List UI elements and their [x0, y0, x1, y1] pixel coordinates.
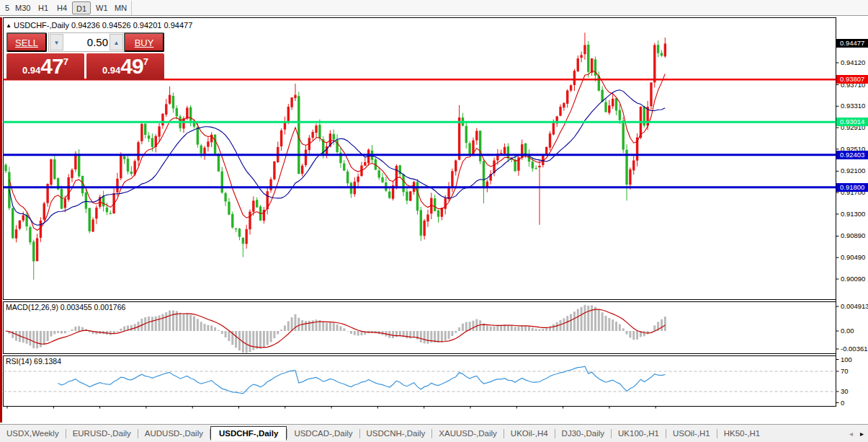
price-tick-label: 0.94120	[841, 58, 865, 66]
macd-tick-label: 0.004913	[841, 302, 868, 310]
volume-increase-button[interactable]: ▲	[109, 34, 123, 50]
price-tick-label: 0.90090	[841, 275, 865, 283]
chart-tab-usoilh1[interactable]: USOil-,H1	[666, 427, 717, 440]
price-tick-label: 0.93310	[841, 102, 865, 110]
buy-price-box[interactable]: 0.94497	[86, 53, 164, 80]
chart-window: ▲ USDCHF-,Daily 0.94236 0.94526 0.94201 …	[0, 17, 868, 423]
chart-tab-usdxweekly[interactable]: USDX,Weekly	[0, 427, 66, 440]
buy-price-prefix: 0.94	[102, 65, 120, 76]
sell-price-main: 47	[40, 54, 63, 78]
sell-price-pip: 7	[63, 56, 68, 67]
timeframe-button-w1[interactable]: W1	[92, 1, 112, 14]
price-tick-label: 0.92100	[841, 167, 865, 174]
one-click-trading-panel: SELL ▼ ▲ BUY 0.94477 0.94497	[6, 32, 164, 90]
window-active-strip	[0, 17, 2, 423]
price-tick-label: 0.90490	[841, 253, 865, 261]
chart-tab-xauusddaily[interactable]: XAUUSD-,Daily	[432, 427, 504, 440]
rsi-tick-label: 0	[841, 399, 844, 407]
rsi-tick-label: 30	[841, 387, 849, 395]
rsi-panel-frame	[4, 356, 836, 407]
chart-title: ▲ USDCHF-,Daily 0.94236 0.94526 0.94201 …	[6, 21, 192, 30]
chart-tab-usdchfdaily[interactable]: USDCHF-,Daily	[210, 426, 287, 441]
chart-tab-ukoilh4[interactable]: UKOil-,H4	[504, 427, 555, 440]
chart-tab-dj30daily[interactable]: DJ30-,Daily	[555, 427, 611, 440]
volume-spinner: ▼ ▲	[48, 32, 125, 52]
timeframe-button-m30[interactable]: M30	[12, 1, 34, 14]
sell-price-prefix: 0.94	[22, 65, 40, 76]
price-tick-label: 0.91300	[841, 210, 865, 218]
price-level-badge: 0.93807	[836, 75, 868, 84]
chart-tab-uk100h1[interactable]: UK100-,H1	[612, 427, 666, 440]
macd-tick-label: -0.00361	[841, 345, 868, 353]
buy-button[interactable]: BUY	[124, 32, 164, 52]
macd-tick-label: 0.00	[841, 327, 854, 335]
price-level-badge: 0.94477	[836, 39, 868, 48]
rsi-tick-label: 100	[841, 355, 852, 363]
collapse-triangle-icon[interactable]: ▲	[6, 22, 12, 29]
buy-price-main: 49	[120, 54, 143, 78]
chart-tab-hk50h1[interactable]: HK50-,H1	[717, 427, 767, 440]
price-level-badge: 0.91800	[836, 183, 868, 192]
macd-indicator-label: MACD(12,26,9) 0.003455 0.001766	[6, 303, 125, 311]
timeframe-button-mn[interactable]: MN	[111, 1, 130, 14]
tab-scroll-left-icon[interactable]: ◂	[849, 430, 853, 438]
tab-scroll-right-icon[interactable]: ▸	[860, 430, 864, 438]
volume-input[interactable]	[65, 34, 108, 50]
timeframe-button-h1[interactable]: H1	[35, 1, 52, 14]
chart-tab-usdcnhdaily[interactable]: USDCNH-,Daily	[360, 427, 432, 440]
chart-tab-audusddaily[interactable]: AUDUSD-,Daily	[138, 427, 210, 440]
chart-symbol-label: USDCHF-,Daily	[14, 21, 69, 30]
chart-tab-usdcaddaily[interactable]: USDCAD-,Daily	[287, 427, 359, 440]
price-level-badge: 0.93014	[836, 118, 868, 126]
buy-price-pip: 7	[143, 56, 148, 67]
tab-scroll-arrows: ◂▸	[849, 430, 868, 438]
sell-price-box[interactable]: 0.94477	[6, 53, 84, 80]
price-tick-label: 0.90890	[841, 231, 865, 239]
symbol-tab-bar: USDX,WeeklyEURUSD-,DailyAUDUSD-,DailyUSD…	[0, 424, 868, 442]
chart-ohlc-values: 0.94236 0.94526 0.94201 0.94477	[71, 21, 192, 30]
volume-decrease-button[interactable]: ▼	[50, 34, 63, 50]
timeframe-toolbar: 5M30H1H4D1W1MN	[0, 0, 868, 16]
price-level-badge: 0.92403	[836, 151, 868, 159]
chart-tab-eurusddaily[interactable]: EURUSD-,Daily	[66, 427, 138, 440]
rsi-tick-label: 70	[841, 367, 849, 375]
timeframe-button-h4[interactable]: H4	[53, 1, 71, 14]
mt4-terminal: 5M30H1H4D1W1MN ▲ USDCHF-,Daily 0.94236 0…	[0, 0, 868, 442]
rsi-indicator-label: RSI(14) 69.1384	[6, 357, 61, 366]
sell-button[interactable]: SELL	[6, 32, 47, 52]
toolbar-separator	[131, 1, 132, 15]
timeframe-button-d1[interactable]: D1	[72, 1, 91, 14]
